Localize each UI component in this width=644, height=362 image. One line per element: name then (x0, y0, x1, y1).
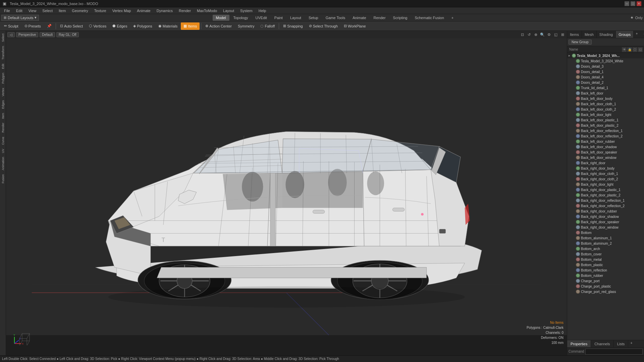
car-viewport[interactable]: T (6, 38, 567, 335)
tree-item[interactable]: ⬡Back_right_door_rubber (567, 208, 644, 214)
rp-tab-plus[interactable]: + (634, 31, 640, 38)
tab-schematic-fusion[interactable]: Schematic Fusion (411, 15, 447, 21)
sidebar-tab-item[interactable]: Item (1, 111, 5, 121)
menu-texture[interactable]: Texture (92, 7, 109, 14)
falloff-button[interactable]: ◌ Falloff (258, 22, 277, 30)
select-through-button[interactable]: ⊘ Select Through (306, 22, 340, 30)
tree-item[interactable]: ⬡Back_right_door_speaker (567, 219, 644, 225)
tree-item[interactable]: ⬡Bottom_aluminum_2 (567, 241, 644, 246)
sidebar-tab-animation[interactable]: Animation (1, 155, 5, 172)
rp-tab-groups[interactable]: Groups (616, 31, 634, 38)
tree-item[interactable]: ⬡Back_left_door_shadow (567, 144, 644, 149)
sidebar-tab-uv[interactable]: UV (1, 147, 5, 155)
viewport-icon-2[interactable]: ↺ (526, 32, 532, 38)
sidebar-tab-polygon[interactable]: Polygon (1, 71, 5, 86)
tree-item[interactable]: ⬡Doors_detail_3 (567, 64, 644, 69)
sidebar-tab-fusion[interactable]: Fusion (1, 172, 5, 185)
tree-item[interactable]: ⬡Doors_detail_1 (567, 69, 644, 74)
tree-item[interactable]: ⬡Charge_port (567, 278, 644, 284)
tab-uvedit[interactable]: UVEdit (252, 15, 270, 21)
tree-item[interactable]: ⬡Bottom_cover (567, 251, 644, 257)
tab-add[interactable]: + (448, 15, 457, 21)
tree-item[interactable]: ⬡Back_right_door_plastic_2 (567, 192, 644, 198)
col-icon-3[interactable]: ⬡ (633, 47, 637, 52)
rp-tab-shading[interactable]: Shading (597, 31, 616, 38)
close-button[interactable]: ✕ (637, 1, 641, 6)
menu-vertex-map[interactable]: Vertex Map (110, 7, 134, 14)
edges-button[interactable]: ⬢ Edges (110, 22, 130, 30)
tree-item[interactable]: ⬡Back_right_door_light (567, 182, 644, 187)
menu-animate[interactable]: Animate (134, 7, 153, 14)
menu-dynamics[interactable]: Dynamics (154, 7, 175, 14)
rp-tab-items[interactable]: Items (567, 31, 582, 38)
tree-item[interactable]: ⬡Back_left_door (567, 90, 644, 96)
viewport-perspective-btn[interactable]: ◁ (7, 32, 15, 37)
bp-tab-channels[interactable]: Channels (591, 340, 613, 347)
presets-button[interactable]: ⊙ Presets (22, 22, 44, 30)
tree-item[interactable]: ⬡Charge_port_red_glass (567, 289, 644, 294)
menu-layout[interactable]: Layout (220, 7, 237, 14)
viewport-icon-6[interactable]: ◱ (553, 32, 559, 38)
menu-system[interactable]: System (237, 7, 255, 14)
sidebar-tab-vertex[interactable]: Vertex (1, 86, 5, 99)
tab-topology[interactable]: Topology (230, 15, 252, 21)
menu-file[interactable]: File (1, 7, 13, 14)
workplane-button[interactable]: ⊟ WorkPlane (341, 22, 369, 30)
scene-tree[interactable]: ▸ ⬡ Tesla_Model_3_2024_Wh... ⬡Tesla_Mode… (567, 53, 644, 340)
col-icon-4[interactable]: ◱ (638, 47, 643, 52)
tab-render[interactable]: Render (370, 15, 389, 21)
tree-item[interactable]: ⬡Bottom_reflection (567, 267, 644, 273)
tree-item[interactable]: ⬡Back_left_door_plastic_1 (567, 117, 644, 123)
minimize-button[interactable]: ─ (625, 1, 629, 6)
bp-tab-properties[interactable]: Properties (567, 340, 591, 347)
tree-item[interactable]: ⬡Tesla_Model_3_2024_White (567, 58, 644, 64)
layout-dropdown[interactable]: ⊞ Default Layouts ▾ (1, 15, 39, 21)
snapping-button[interactable]: ⊞ Snapping (280, 22, 306, 30)
viewport-raygl-btn[interactable]: Ray GL: Off (56, 32, 79, 37)
viewport-icon-3[interactable]: ⊕ (533, 32, 539, 38)
menu-render[interactable]: Render (176, 7, 194, 14)
tree-item[interactable]: ⬡Back_left_door_reflection_2 (567, 133, 644, 139)
tree-item[interactable]: ⬡Bottom (567, 230, 644, 235)
menu-view[interactable]: View (26, 7, 39, 14)
col-icon-1[interactable]: 👁 (622, 47, 627, 52)
sidebar-tab-transform[interactable]: Transform (1, 44, 5, 62)
tree-item[interactable]: ⬡Bottom_plastic (567, 262, 644, 267)
tree-item[interactable]: ⬡Doors_detail_4 (567, 74, 644, 80)
tree-item[interactable]: ⬡Trunk_lid_detail_1 (567, 85, 644, 90)
new-group-button[interactable]: New Group (569, 40, 592, 45)
command-input[interactable] (585, 349, 643, 355)
menu-edit[interactable]: Edit (13, 7, 25, 14)
tab-model[interactable]: Model (213, 15, 229, 21)
rp-only-button[interactable]: ★ Only (641, 31, 644, 38)
tree-item[interactable]: ⬡Doors_detail_2 (567, 80, 644, 85)
tree-item[interactable]: ⬡Bottom_rubber (567, 273, 644, 278)
viewport-icon-4[interactable]: 🔍 (539, 32, 545, 38)
tree-item[interactable]: ⬡Back_right_door_cloth_1 (567, 171, 644, 176)
tree-item[interactable]: ⬡Back_left_door_speaker (567, 149, 644, 155)
sculpt-button[interactable]: ✏ Sculpt (1, 22, 21, 30)
sidebar-tab-edges[interactable]: Edges (1, 98, 5, 111)
tree-item[interactable]: ⬡Back_right_door_reflection_2 (567, 203, 644, 208)
viewport-icon-7[interactable]: ⊞ (559, 32, 566, 38)
tree-item[interactable]: ⬡Back_right_door_cloth_2 (567, 176, 644, 182)
menu-help[interactable]: Help (256, 7, 269, 14)
materials-button[interactable]: ◉ Materials (156, 22, 180, 30)
maximize-button[interactable]: □ (631, 1, 635, 6)
tree-item[interactable]: ⬡Bottom_aluminum_1 (567, 235, 644, 241)
tree-item[interactable]: ⬡Back_right_door (567, 160, 644, 166)
tree-item[interactable]: ⬡Bottom_metal (567, 257, 644, 262)
tree-root[interactable]: ▸ ⬡ Tesla_Model_3_2024_Wh... (567, 53, 644, 58)
rp-tab-mesh[interactable]: Mesh (582, 31, 597, 38)
col-icon-2[interactable]: 🔒 (627, 47, 632, 52)
tree-item[interactable]: ⬡Charge_port_plastic (567, 284, 644, 289)
tree-item[interactable]: ⬡Back_left_door_window (567, 155, 644, 160)
bp-tab-lists[interactable]: Lists (614, 340, 629, 347)
items-button[interactable]: ▦ Items (181, 22, 200, 30)
tree-item[interactable]: ⬡Bottom_arch (567, 246, 644, 251)
bp-tab-plus[interactable]: + (628, 340, 634, 347)
tab-setup[interactable]: Setup (305, 15, 322, 21)
vertices-button[interactable]: ⬡ Vertices (86, 22, 109, 30)
menu-maxtomode[interactable]: MaxToModo (194, 7, 220, 14)
viewport-default-btn[interactable]: Default (40, 32, 55, 37)
